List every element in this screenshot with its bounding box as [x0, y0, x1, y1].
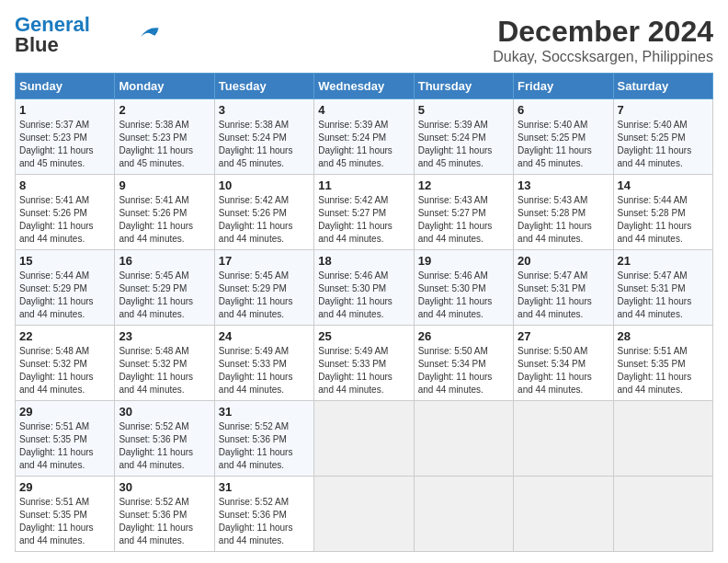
day-info: Sunrise: 5:40 AMSunset: 5:25 PMDaylight:… — [518, 119, 609, 170]
calendar-cell: 26 Sunrise: 5:50 AMSunset: 5:34 PMDaylig… — [414, 326, 513, 401]
calendar-cell: 31 Sunrise: 5:52 AMSunset: 5:36 PMDaylig… — [214, 401, 313, 477]
calendar-cell: 4 Sunrise: 5:39 AMSunset: 5:24 PMDayligh… — [314, 99, 414, 175]
calendar-cell — [613, 401, 712, 477]
calendar-week-row: 22 Sunrise: 5:48 AMSunset: 5:32 PMDaylig… — [16, 326, 713, 401]
day-info: Sunrise: 5:51 AMSunset: 5:35 PMDaylight:… — [19, 420, 110, 472]
calendar-cell: 11 Sunrise: 5:42 AMSunset: 5:27 PMDaylig… — [314, 175, 414, 250]
day-number: 3 — [219, 103, 310, 117]
calendar-cell: 19 Sunrise: 5:46 AMSunset: 5:30 PMDaylig… — [414, 250, 513, 326]
month-year-title: December 2024 — [493, 15, 713, 49]
header-thursday: Thursday — [414, 74, 513, 99]
calendar-cell — [514, 401, 613, 477]
day-info: Sunrise: 5:50 AMSunset: 5:34 PMDaylight:… — [418, 345, 509, 396]
day-number: 26 — [418, 329, 509, 343]
calendar-cell: 13 Sunrise: 5:43 AMSunset: 5:28 PMDaylig… — [514, 175, 613, 250]
day-info: Sunrise: 5:41 AMSunset: 5:26 PMDaylight:… — [119, 194, 210, 246]
calendar-cell: 23 Sunrise: 5:48 AMSunset: 5:32 PMDaylig… — [115, 326, 214, 401]
day-info: Sunrise: 5:50 AMSunset: 5:34 PMDaylight:… — [518, 345, 609, 396]
day-info: Sunrise: 5:47 AMSunset: 5:31 PMDaylight:… — [618, 270, 709, 321]
day-info: Sunrise: 5:38 AMSunset: 5:24 PMDaylight:… — [219, 119, 310, 170]
day-info: Sunrise: 5:42 AMSunset: 5:26 PMDaylight:… — [219, 194, 310, 246]
calendar-header-row: SundayMondayTuesdayWednesdayThursdayFrid… — [16, 74, 713, 99]
calendar-cell — [613, 477, 712, 552]
day-info: Sunrise: 5:43 AMSunset: 5:28 PMDaylight:… — [518, 194, 609, 246]
day-info: Sunrise: 5:52 AMSunset: 5:36 PMDaylight:… — [219, 496, 310, 547]
header-friday: Friday — [514, 74, 613, 99]
day-info: Sunrise: 5:40 AMSunset: 5:25 PMDaylight:… — [618, 119, 709, 170]
calendar-cell: 1 Sunrise: 5:37 AMSunset: 5:23 PMDayligh… — [16, 99, 115, 175]
day-number: 15 — [19, 254, 110, 268]
day-info: Sunrise: 5:51 AMSunset: 5:35 PMDaylight:… — [19, 496, 110, 547]
calendar-cell: 29 Sunrise: 5:51 AMSunset: 5:35 PMDaylig… — [16, 477, 115, 552]
calendar-cell: 6 Sunrise: 5:40 AMSunset: 5:25 PMDayligh… — [514, 99, 613, 175]
calendar-cell: 17 Sunrise: 5:45 AMSunset: 5:29 PMDaylig… — [214, 250, 313, 326]
calendar-cell: 14 Sunrise: 5:44 AMSunset: 5:28 PMDaylig… — [613, 175, 712, 250]
header-monday: Monday — [115, 74, 214, 99]
day-number: 17 — [219, 254, 310, 268]
calendar-table: SundayMondayTuesdayWednesdayThursdayFrid… — [15, 73, 713, 552]
day-number: 11 — [318, 178, 409, 192]
calendar-cell: 15 Sunrise: 5:44 AMSunset: 5:29 PMDaylig… — [16, 250, 115, 326]
calendar-cell: 9 Sunrise: 5:41 AMSunset: 5:26 PMDayligh… — [115, 175, 214, 250]
day-number: 30 — [119, 405, 210, 419]
calendar-cell — [314, 477, 414, 552]
day-number: 23 — [119, 329, 210, 343]
day-number: 2 — [119, 103, 210, 117]
calendar-cell: 8 Sunrise: 5:41 AMSunset: 5:26 PMDayligh… — [16, 175, 115, 250]
day-number: 19 — [418, 254, 509, 268]
day-number: 16 — [119, 254, 210, 268]
day-number: 4 — [318, 103, 409, 117]
day-info: Sunrise: 5:45 AMSunset: 5:29 PMDaylight:… — [119, 270, 210, 321]
calendar-cell — [314, 401, 414, 477]
day-info: Sunrise: 5:49 AMSunset: 5:33 PMDaylight:… — [318, 345, 409, 396]
header-tuesday: Tuesday — [214, 74, 313, 99]
calendar-cell: 7 Sunrise: 5:40 AMSunset: 5:25 PMDayligh… — [613, 99, 712, 175]
calendar-cell — [514, 477, 613, 552]
logo-bird-icon — [134, 25, 160, 41]
day-number: 5 — [418, 103, 509, 117]
calendar-cell: 20 Sunrise: 5:47 AMSunset: 5:31 PMDaylig… — [514, 250, 613, 326]
day-number: 12 — [418, 178, 509, 192]
day-info: Sunrise: 5:48 AMSunset: 5:32 PMDaylight:… — [19, 345, 110, 396]
day-number: 29 — [19, 480, 110, 494]
day-number: 6 — [518, 103, 609, 117]
day-info: Sunrise: 5:39 AMSunset: 5:24 PMDaylight:… — [418, 119, 509, 170]
day-number: 18 — [318, 254, 409, 268]
calendar-cell: 30 Sunrise: 5:52 AMSunset: 5:36 PMDaylig… — [115, 477, 214, 552]
day-number: 1 — [19, 103, 110, 117]
calendar-cell: 16 Sunrise: 5:45 AMSunset: 5:29 PMDaylig… — [115, 250, 214, 326]
day-info: Sunrise: 5:48 AMSunset: 5:32 PMDaylight:… — [119, 345, 210, 396]
day-info: Sunrise: 5:37 AMSunset: 5:23 PMDaylight:… — [19, 119, 110, 170]
day-number: 20 — [518, 254, 609, 268]
day-number: 28 — [618, 329, 709, 343]
calendar-week-row: 15 Sunrise: 5:44 AMSunset: 5:29 PMDaylig… — [16, 250, 713, 326]
calendar-week-row: 29 Sunrise: 5:51 AMSunset: 5:35 PMDaylig… — [16, 401, 713, 477]
day-info: Sunrise: 5:42 AMSunset: 5:27 PMDaylight:… — [318, 194, 409, 246]
day-number: 7 — [618, 103, 709, 117]
calendar-cell — [414, 477, 513, 552]
calendar-cell: 29 Sunrise: 5:51 AMSunset: 5:35 PMDaylig… — [16, 401, 115, 477]
day-info: Sunrise: 5:49 AMSunset: 5:33 PMDaylight:… — [219, 345, 310, 396]
day-info: Sunrise: 5:52 AMSunset: 5:36 PMDaylight:… — [219, 420, 310, 472]
calendar-cell: 5 Sunrise: 5:39 AMSunset: 5:24 PMDayligh… — [414, 99, 513, 175]
day-number: 24 — [219, 329, 310, 343]
day-number: 14 — [618, 178, 709, 192]
calendar-cell: 3 Sunrise: 5:38 AMSunset: 5:24 PMDayligh… — [214, 99, 313, 175]
day-number: 21 — [618, 254, 709, 268]
day-info: Sunrise: 5:46 AMSunset: 5:30 PMDaylight:… — [318, 270, 409, 321]
calendar-cell: 10 Sunrise: 5:42 AMSunset: 5:26 PMDaylig… — [214, 175, 313, 250]
day-number: 10 — [219, 178, 310, 192]
logo-text: GeneralBlue — [15, 15, 90, 55]
day-info: Sunrise: 5:46 AMSunset: 5:30 PMDaylight:… — [418, 270, 509, 321]
day-number: 29 — [19, 405, 110, 419]
header-wednesday: Wednesday — [314, 74, 414, 99]
calendar-week-row: 29 Sunrise: 5:51 AMSunset: 5:35 PMDaylig… — [16, 477, 713, 552]
page-header: GeneralBlue December 2024 Dukay, Soccsks… — [15, 15, 713, 65]
calendar-week-row: 1 Sunrise: 5:37 AMSunset: 5:23 PMDayligh… — [16, 99, 713, 175]
calendar-cell: 25 Sunrise: 5:49 AMSunset: 5:33 PMDaylig… — [314, 326, 414, 401]
calendar-cell: 27 Sunrise: 5:50 AMSunset: 5:34 PMDaylig… — [514, 326, 613, 401]
calendar-cell: 12 Sunrise: 5:43 AMSunset: 5:27 PMDaylig… — [414, 175, 513, 250]
calendar-cell: 24 Sunrise: 5:49 AMSunset: 5:33 PMDaylig… — [214, 326, 313, 401]
calendar-cell: 21 Sunrise: 5:47 AMSunset: 5:31 PMDaylig… — [613, 250, 712, 326]
day-info: Sunrise: 5:43 AMSunset: 5:27 PMDaylight:… — [418, 194, 509, 246]
